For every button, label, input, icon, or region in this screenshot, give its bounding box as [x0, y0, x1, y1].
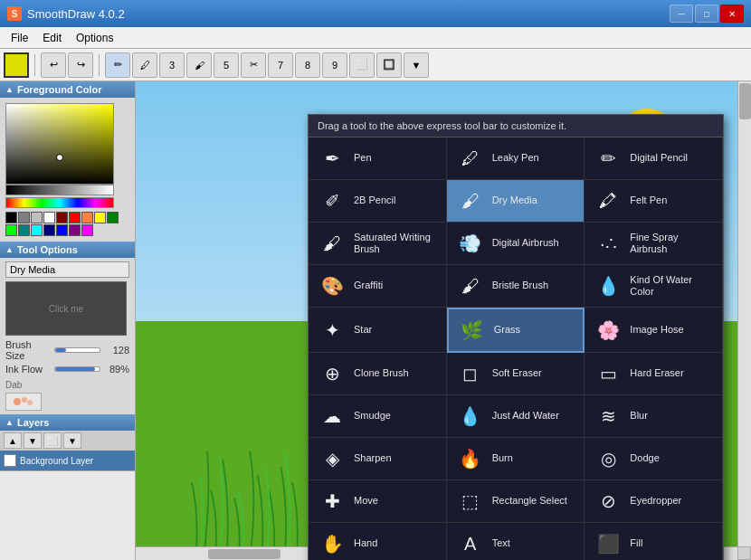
- color-swatch-00ff00[interactable]: [5, 224, 17, 236]
- layer-add-button[interactable]: ⬜: [43, 432, 62, 449]
- tool-cell-leaky-pen[interactable]: 🖊Leaky Pen: [447, 138, 585, 180]
- menu-edit[interactable]: Edit: [35, 29, 69, 47]
- tool-cell-graffiti[interactable]: 🎨Graffiti: [309, 265, 447, 308]
- burn-label: Burn: [492, 452, 513, 464]
- tool-cell-bristle-brush[interactable]: 🖌Bristle Brush: [447, 265, 585, 308]
- color-swatch-0000ff[interactable]: [56, 224, 68, 236]
- layer-down-button[interactable]: ▼: [24, 432, 42, 449]
- color-swatch-800000[interactable]: [56, 212, 68, 223]
- tool-cell-move[interactable]: ✚Move: [309, 480, 447, 523]
- sharpen-label: Sharpen: [354, 452, 392, 464]
- color-swatch-00ffff[interactable]: [31, 224, 43, 236]
- tool-options-section-title[interactable]: ▲ Tool Options: [0, 242, 135, 258]
- tool-cell-kind-of-water-color[interactable]: 💧Kind Of Water Color: [585, 265, 723, 308]
- tool-cell-fine-spray-airbrush[interactable]: ·∴Fine Spray Airbrush: [585, 223, 723, 265]
- v-scroll-thumb[interactable]: [739, 83, 751, 119]
- tool-options-section: Dry Media Click me Brush Size 128 Ink Fl…: [0, 258, 135, 414]
- tool-cell-2b-pencil[interactable]: ✐2B Pencil: [309, 180, 447, 223]
- tool-btn-8[interactable]: 8: [295, 52, 320, 78]
- color-swatch-c0c0c0[interactable]: [31, 212, 43, 223]
- tool-dropdown: Drag a tool to the above express tool ba…: [308, 114, 724, 560]
- redo-button[interactable]: ↪: [68, 52, 93, 78]
- tool-btn-5[interactable]: 5: [214, 52, 239, 78]
- maximize-button[interactable]: □: [695, 5, 718, 23]
- minimize-button[interactable]: ─: [670, 5, 693, 23]
- soft-eraser-label: Soft Eraser: [492, 367, 542, 379]
- layer-visibility-icon[interactable]: 👁: [4, 454, 16, 467]
- tool-cell-saturated-writing-brush[interactable]: 🖌Saturated Writing Brush: [309, 223, 447, 265]
- tool-cell-sharpen[interactable]: ◈Sharpen: [309, 438, 447, 480]
- tool-cell-digital-pencil[interactable]: ✏Digital Pencil: [585, 138, 723, 180]
- rainbow-gradient-strip[interactable]: [5, 197, 114, 208]
- tool-cell-image-hose[interactable]: 🌸Image Hose: [585, 308, 723, 353]
- dropdown-header: Drag a tool to the above express tool ba…: [309, 115, 723, 138]
- eyedropper-label: Eyedropper: [630, 495, 681, 507]
- dodge-icon: ◎: [594, 444, 623, 473]
- tool-cell-fill[interactable]: ⬛Fill: [585, 523, 723, 560]
- color-swatch-008000[interactable]: [107, 212, 119, 223]
- color-swatch-008080[interactable]: [18, 224, 30, 236]
- tool-cell-grass[interactable]: 🌿Grass: [447, 308, 585, 353]
- dab-preview[interactable]: [5, 393, 42, 411]
- menu-file[interactable]: File: [4, 29, 35, 47]
- menu-options[interactable]: Options: [69, 29, 120, 47]
- tool-cell-dodge[interactable]: ◎Dodge: [585, 438, 723, 480]
- ink-flow-track[interactable]: [54, 366, 100, 372]
- tool-btn-10[interactable]: ⬜: [349, 52, 375, 78]
- tool-btn-4[interactable]: 🖌: [186, 52, 212, 78]
- tool-cell-eyedropper[interactable]: ⊘Eyedropper: [585, 480, 723, 523]
- tool-cell-star[interactable]: ✦Star: [309, 308, 447, 353]
- foreground-color-section-title[interactable]: ▲ Foreground Color: [0, 81, 135, 98]
- tool-cell-hand[interactable]: ✋Hand: [309, 523, 447, 560]
- tool-cell-burn[interactable]: 🔥Burn: [447, 438, 585, 480]
- tool-btn-2[interactable]: 🖊: [132, 52, 157, 78]
- color-swatch-000000[interactable]: [5, 212, 17, 223]
- color-swatch-ff00ff[interactable]: [81, 224, 93, 236]
- tool-btn-11[interactable]: 🔲: [376, 52, 402, 78]
- tool-preview[interactable]: Click me: [5, 281, 127, 336]
- tool-cell-hard-eraser[interactable]: ▭Hard Eraser: [585, 353, 723, 395]
- tool-cell-dry-media[interactable]: 🖌Dry Media: [447, 180, 585, 223]
- tool-cell-smudge[interactable]: ☁Smudge: [309, 395, 447, 438]
- vertical-scrollbar[interactable]: [737, 81, 751, 546]
- color-swatch-000080[interactable]: [43, 224, 55, 236]
- sidebar: ▲ Foreground Color ▲ Tool Options Dry Me…: [0, 81, 136, 560]
- tool-btn-7[interactable]: 7: [268, 52, 293, 78]
- digital-airbrush-icon: 💨: [456, 229, 485, 258]
- h-scroll-thumb[interactable]: [208, 549, 280, 559]
- canvas-area[interactable]: Drag a tool to the above express tool ba…: [136, 81, 751, 560]
- tool-cell-just-add-water[interactable]: 💧Just Add Water: [447, 395, 585, 438]
- color-picker[interactable]: [5, 103, 114, 185]
- close-button[interactable]: ✕: [720, 5, 744, 23]
- undo-button[interactable]: ↩: [41, 52, 66, 78]
- tool-btn-overflow[interactable]: ▼: [404, 52, 429, 78]
- color-swatch-ff8040[interactable]: [81, 212, 93, 223]
- tool-cell-felt-pen[interactable]: 🖍Felt Pen: [585, 180, 723, 223]
- hand-label: Hand: [354, 537, 377, 549]
- tool-cell-pen[interactable]: ✒Pen: [309, 138, 447, 180]
- saturated-writing-brush-label: Saturated Writing Brush: [354, 232, 437, 255]
- tool-cell-clone-brush[interactable]: ⊕Clone Brush: [309, 353, 447, 395]
- tool-btn-9[interactable]: 9: [322, 52, 347, 78]
- color-swatch-ff0000[interactable]: [69, 212, 81, 223]
- tool-cell-soft-eraser[interactable]: ◻Soft Eraser: [447, 353, 585, 395]
- color-swatch-ffffff[interactable]: [43, 212, 55, 223]
- bw-gradient-strip[interactable]: [5, 185, 114, 195]
- color-swatch-800080[interactable]: [69, 224, 81, 236]
- color-swatch-808080[interactable]: [18, 212, 30, 223]
- color-swatch-ffff00[interactable]: [94, 212, 106, 223]
- tool-btn-3[interactable]: 3: [159, 52, 185, 78]
- layer-item[interactable]: 👁 Background Layer: [0, 451, 135, 471]
- tool-cell-digital-airbrush[interactable]: 💨Digital Airbrush: [447, 223, 585, 265]
- tool-cell-rectangle-select[interactable]: ⬚Rectangle Select: [447, 480, 585, 523]
- color-swatch[interactable]: [4, 52, 29, 78]
- tool-btn-6[interactable]: ✂: [241, 52, 266, 78]
- tool-cell-blur[interactable]: ≋Blur: [585, 395, 723, 438]
- tool-btn-1[interactable]: ✏: [105, 52, 130, 78]
- layer-up-button[interactable]: ▲: [4, 432, 22, 449]
- tool-cell-text[interactable]: AText: [447, 523, 585, 560]
- layer-menu-button[interactable]: ▼: [63, 432, 81, 449]
- brush-size-track[interactable]: [54, 347, 100, 353]
- chevron-icon-2: ▲: [5, 245, 14, 254]
- layers-section-title[interactable]: ▲ Layers: [0, 414, 135, 431]
